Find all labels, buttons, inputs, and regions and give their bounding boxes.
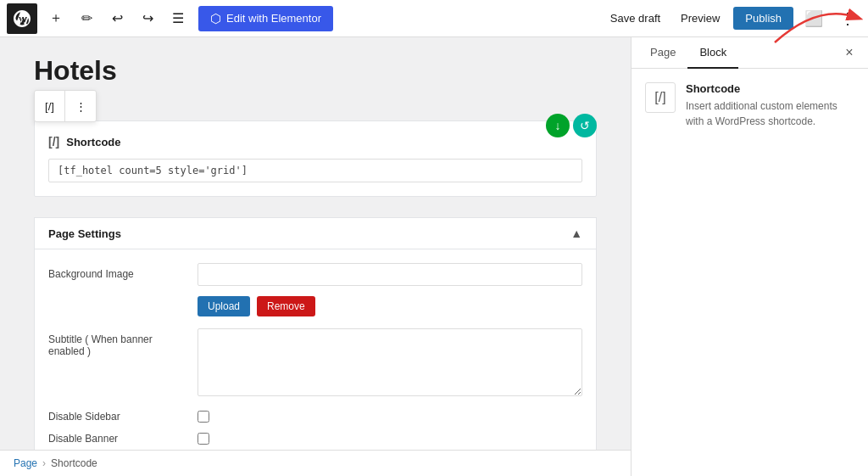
circle-actions: ↓ ↺ xyxy=(546,114,597,137)
edit-with-elementor-button[interactable]: ⬡ Edit with Elementor xyxy=(198,6,333,31)
panel-block-description: Insert additional custom elements with a… xyxy=(686,98,854,129)
page-settings: Page Settings ▲ Background Image Upload … xyxy=(34,217,597,476)
page-settings-header: Page Settings ▲ xyxy=(35,218,596,249)
breadcrumb: Page › Shortcode xyxy=(0,450,631,476)
subtitle-control xyxy=(198,328,582,399)
tab-block[interactable]: Block xyxy=(687,37,738,69)
wordpress-logo[interactable] xyxy=(7,3,37,34)
page-title: Hotels xyxy=(34,54,597,87)
block-toolbar: [/] ⋮ xyxy=(34,90,97,122)
background-image-control: Upload Remove xyxy=(198,263,582,316)
disable-banner-label: Disable Banner xyxy=(48,433,184,445)
panel-block-title: Shortcode xyxy=(686,82,854,95)
right-panel: Page Block × [/] Shortcode Insert additi… xyxy=(631,37,868,476)
undo-button[interactable]: ↩ xyxy=(103,5,131,32)
editor-area: Hotels [/] ⋮ ↓ ↺ xyxy=(0,37,631,476)
publish-button[interactable]: Publish xyxy=(733,7,793,30)
redo-button[interactable]: ↪ xyxy=(134,5,161,32)
panel-close-button[interactable]: × xyxy=(837,41,861,64)
toolbar-actions: ＋ ✏ ↩ ↪ ☰ xyxy=(42,5,192,32)
circle-action-teal[interactable]: ↺ xyxy=(573,114,597,137)
background-image-input[interactable] xyxy=(198,263,582,286)
more-options-button[interactable]: ⋮ xyxy=(834,5,861,32)
settings-body: Background Image Upload Remove Subtitle … xyxy=(35,249,596,476)
panel-tabs: Page Block × xyxy=(632,37,868,69)
circle-action-green[interactable]: ↓ xyxy=(546,114,570,137)
collapse-settings-button[interactable]: ▲ xyxy=(570,227,582,240)
disable-sidebar-row: Disable Sidebar xyxy=(48,411,582,423)
tab-page[interactable]: Page xyxy=(638,37,687,69)
disable-sidebar-checkbox[interactable] xyxy=(198,411,209,423)
add-block-button[interactable]: ＋ xyxy=(42,5,70,32)
shortcode-block: [/] Shortcode xyxy=(34,120,597,197)
shortcode-type-icon-button[interactable]: [/] xyxy=(35,91,65,121)
sidebar-toggle-button[interactable]: ⬜ xyxy=(800,5,827,32)
upload-button[interactable]: Upload xyxy=(198,296,250,316)
top-bar: ＋ ✏ ↩ ↪ ☰ ⬡ Edit with Elementor Save dra… xyxy=(0,0,868,37)
disable-banner-row: Disable Banner xyxy=(48,433,582,445)
panel-content: [/] Shortcode Insert additional custom e… xyxy=(632,69,868,476)
subtitle-row: Subtitle ( When banner enabled ) xyxy=(48,328,582,399)
background-image-row: Background Image Upload Remove xyxy=(48,263,582,316)
editor-scroll-area[interactable]: Hotels [/] ⋮ ↓ ↺ xyxy=(0,37,631,476)
subtitle-textarea[interactable] xyxy=(198,328,582,396)
panel-block-item: [/] Shortcode Insert additional custom e… xyxy=(645,82,854,129)
main-layout: Hotels [/] ⋮ ↓ ↺ xyxy=(0,37,868,476)
preview-button[interactable]: Preview xyxy=(674,8,726,28)
shortcode-block-title: [/] Shortcode xyxy=(48,135,582,148)
block-more-options-button[interactable]: ⋮ xyxy=(65,91,96,121)
panel-block-icon: [/] xyxy=(645,82,676,113)
breadcrumb-page[interactable]: Page xyxy=(14,457,37,469)
disable-banner-checkbox[interactable] xyxy=(198,433,209,445)
breadcrumb-separator: › xyxy=(42,457,46,469)
shortcode-input[interactable] xyxy=(48,159,582,182)
background-image-label: Background Image xyxy=(48,263,184,280)
block-list-view-button[interactable]: ☰ xyxy=(164,5,192,32)
panel-block-info: Shortcode Insert additional custom eleme… xyxy=(686,82,854,129)
save-draft-button[interactable]: Save draft xyxy=(604,8,667,28)
block-wrapper: [/] ⋮ ↓ ↺ [/] Shortcode xyxy=(34,120,597,197)
subtitle-label: Subtitle ( When banner enabled ) xyxy=(48,328,184,357)
remove-button[interactable]: Remove xyxy=(257,296,315,316)
shortcode-icon: [/] xyxy=(48,135,59,148)
breadcrumb-shortcode: Shortcode xyxy=(51,457,97,469)
top-bar-right: Save draft Preview Publish ⬜ ⋮ xyxy=(604,5,861,32)
tools-button[interactable]: ✏ xyxy=(73,5,100,32)
disable-sidebar-label: Disable Sidebar xyxy=(48,411,184,423)
